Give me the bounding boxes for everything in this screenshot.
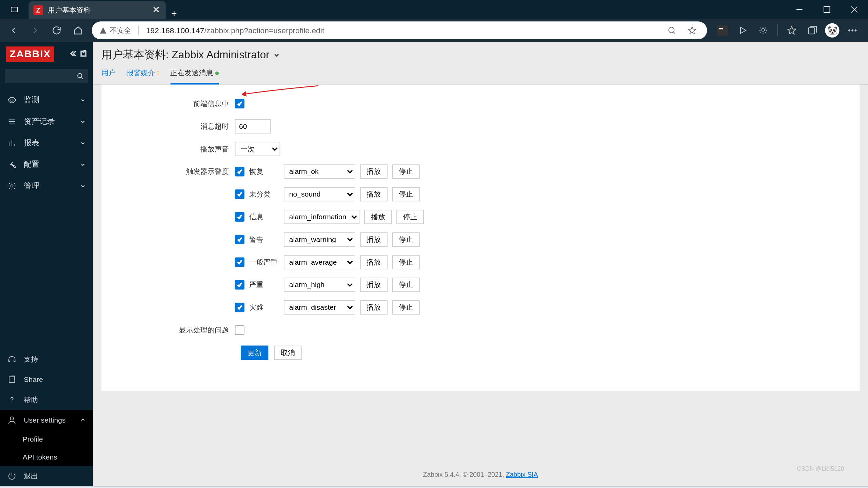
svg-point-12 (10, 417, 13, 420)
severity-sound-select[interactable]: alarm_warning (284, 232, 355, 247)
sidebar-profile[interactable]: Profile (0, 430, 93, 448)
severity-sound-select[interactable]: alarm_disaster (284, 300, 355, 314)
severity-checkbox[interactable] (235, 167, 244, 176)
favorite-icon[interactable] (684, 26, 700, 35)
favorites-icon[interactable] (782, 21, 801, 40)
zoom-icon[interactable] (664, 26, 680, 35)
severity-checkbox[interactable] (235, 258, 244, 267)
tab-actions-btn[interactable] (0, 0, 28, 19)
extensions-icon[interactable] (753, 21, 772, 40)
stop-button[interactable]: 停止 (396, 210, 424, 224)
search-input[interactable] (5, 69, 88, 83)
browser-toolbar: 不安全 192.168.100.147/zabbix.php?action=us… (0, 19, 868, 42)
play-button[interactable]: 播放 (364, 210, 392, 224)
svg-rect-0 (11, 7, 18, 12)
frontend-messaging-checkbox[interactable] (235, 99, 244, 108)
severity-name: 一般严重 (249, 257, 279, 267)
stop-button[interactable]: 停止 (392, 232, 420, 247)
severity-checkbox[interactable] (235, 280, 244, 289)
search-icon (76, 72, 85, 81)
severity-sound-select[interactable]: alarm_high (284, 278, 355, 292)
eye-icon (7, 95, 17, 105)
severity-name: 未分类 (249, 189, 279, 199)
severity-sound-select[interactable]: alarm_information (284, 210, 359, 224)
sidebar-support[interactable]: 支持 (0, 349, 93, 369)
severity-checkbox[interactable] (235, 189, 244, 199)
footer-link[interactable]: Zabbix SIA (506, 471, 538, 478)
tab-media[interactable]: 报警媒介1 (126, 68, 160, 84)
stop-button[interactable]: 停止 (392, 187, 420, 201)
browser-tab[interactable]: Z 用户基本资料 (28, 1, 165, 19)
sidebar-search[interactable] (5, 69, 88, 83)
zabbix-logo[interactable]: ZABBIX (6, 46, 55, 62)
severity-checkbox[interactable] (235, 235, 244, 244)
tab-messaging[interactable]: 正在发送消息 (170, 68, 218, 84)
sidebar-logout[interactable]: 退出 (0, 466, 93, 486)
minimize-button[interactable] (786, 0, 813, 19)
new-tab-button[interactable]: + (166, 8, 182, 19)
chevron-down-icon (80, 140, 86, 146)
sidebar-share[interactable]: Share (0, 369, 93, 390)
sidebar-item-config[interactable]: 配置 (0, 154, 93, 175)
sidebar-item-admin[interactable]: 管理 (0, 175, 93, 197)
taskbar: 💬 ◉ e ♪ 💬 ⧉ 📁 e ♫ ⧉ ▪ 📱 🐧 🛡 🔴 中 19:06 20… (0, 486, 868, 488)
severity-name: 警告 (249, 235, 279, 245)
address-bar[interactable]: 不安全 192.168.100.147/zabbix.php?action=us… (92, 21, 707, 39)
close-button[interactable] (841, 0, 868, 19)
profile-avatar[interactable]: 🐼 (823, 21, 842, 40)
play-button[interactable]: 播放 (360, 187, 388, 201)
back-button[interactable] (4, 20, 24, 41)
stop-button[interactable]: 停止 (392, 278, 420, 292)
play-button[interactable]: 播放 (360, 278, 388, 292)
sidebar-item-inventory[interactable]: 资产记录 (0, 111, 93, 132)
sidebar-api-tokens[interactable]: API tokens (0, 448, 93, 466)
sidebar: ZABBIX 监测 资产记录 报表 (0, 42, 93, 486)
chevron-down-icon (80, 97, 86, 103)
severity-name: 灾难 (249, 302, 279, 312)
severity-name: 严重 (249, 280, 279, 290)
severity-sound-select[interactable]: alarm_ok (284, 164, 355, 179)
sidebar-user-settings[interactable]: User settings (0, 410, 93, 430)
severity-sound-select[interactable]: alarm_average (284, 255, 355, 269)
timeout-input[interactable] (235, 119, 271, 134)
sidebar-help[interactable]: 帮助 (0, 390, 93, 410)
update-button[interactable]: 更新 (241, 346, 268, 360)
play-button[interactable]: 播放 (360, 232, 388, 247)
reload-button[interactable] (46, 20, 67, 41)
menu-icon[interactable] (843, 21, 862, 40)
extension-icon[interactable]: •• (713, 21, 732, 40)
sound-select[interactable]: 一次 (235, 142, 280, 156)
svg-point-8 (78, 74, 82, 78)
wrench-icon (7, 160, 17, 169)
cancel-button[interactable]: 取消 (274, 346, 302, 360)
suppressed-checkbox[interactable] (235, 325, 244, 335)
close-tab-icon[interactable] (153, 6, 160, 15)
stop-button[interactable]: 停止 (392, 164, 420, 179)
sidebar-item-monitoring[interactable]: 监测 (0, 89, 93, 111)
play-button[interactable]: 播放 (360, 164, 388, 179)
play-button[interactable]: 播放 (360, 300, 388, 314)
forward-button[interactable] (25, 20, 45, 41)
collections-icon[interactable] (803, 21, 822, 40)
insecure-icon: 不安全 (99, 25, 131, 36)
stop-button[interactable]: 停止 (392, 300, 420, 314)
maximize-button[interactable] (813, 0, 841, 19)
stop-button[interactable]: 停止 (392, 255, 420, 269)
extension-icon[interactable] (733, 21, 752, 40)
svg-point-5 (852, 30, 853, 31)
home-button[interactable] (68, 20, 88, 41)
severity-checkbox[interactable] (235, 212, 244, 222)
tabs: 用户 报警媒介1 正在发送消息 (93, 62, 868, 85)
zabbix-favicon: Z (33, 5, 43, 15)
tab-user[interactable]: 用户 (101, 68, 116, 84)
collapse-sidebar-icon[interactable] (69, 49, 76, 60)
headset-icon (7, 354, 17, 364)
svg-point-6 (855, 30, 856, 31)
sound-label: 播放声音 (110, 144, 235, 154)
severity-checkbox[interactable] (235, 303, 244, 312)
popout-icon[interactable] (80, 49, 87, 60)
severity-sound-select[interactable]: no_sound (284, 187, 355, 201)
sidebar-item-reports[interactable]: 报表 (0, 132, 93, 154)
chevron-down-icon[interactable] (273, 51, 280, 58)
play-button[interactable]: 播放 (360, 255, 388, 269)
